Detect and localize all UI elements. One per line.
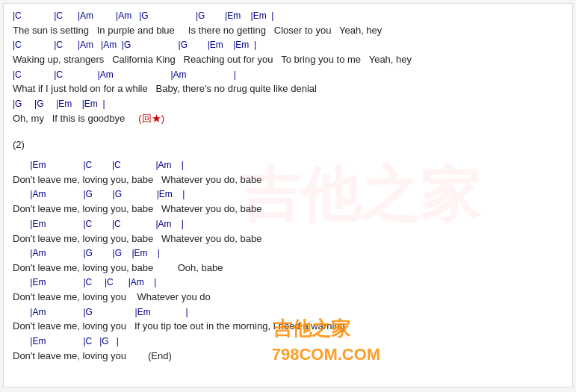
line-group: Don't leave me, loving you, babe Whateve… bbox=[13, 172, 563, 187]
chord-line: |Em |C |G | bbox=[13, 335, 563, 348]
line-group: Don't leave me, loving you, babe Whateve… bbox=[13, 231, 563, 246]
lyric-line: The sun is setting In purple and blue Is… bbox=[13, 23, 563, 38]
line-group: Don't leave me, loving you, babe Ooh, ba… bbox=[13, 261, 563, 276]
chord-line: |C |C |Am |Am |G |G |Em |Em | bbox=[13, 10, 563, 22]
main-content: 吉他之家 |C |C |Am |Am |G |G |Em |Em |The su… bbox=[3, 3, 573, 388]
lyric-line: Don't leave me, loving you Whatever you … bbox=[13, 290, 563, 305]
chord-line: |Em |C |C |Am | bbox=[13, 159, 563, 172]
chord-line: |C |C |Am |Am | bbox=[13, 69, 563, 81]
gap bbox=[13, 153, 563, 159]
line-group: |C |C |Am |Am |G |G |Em |Em | bbox=[13, 39, 563, 52]
line-group: |Am |G |Em | bbox=[13, 306, 563, 319]
line-group: (2) bbox=[13, 139, 563, 150]
line-group: Oh, my If this is goodbye (回★) bbox=[13, 111, 563, 126]
line-group: |Am |G |G |Em | bbox=[13, 247, 563, 260]
lyric-line: Don't leave me, loving you, babe Whateve… bbox=[13, 231, 563, 246]
lyric-line: Don't leave me, loving you If you tip to… bbox=[13, 319, 563, 334]
line-group: |Em |C |G | bbox=[13, 335, 563, 348]
section-label: (2) bbox=[13, 139, 563, 150]
lyric-line: Oh, my If this is goodbye (回★) bbox=[13, 111, 563, 126]
line-group: What if I just hold on for a while Baby,… bbox=[13, 81, 563, 96]
chord-line: |Em |C |C |Am | bbox=[13, 218, 563, 231]
special-symbol: (回★) bbox=[138, 113, 164, 124]
line-group: Don't leave me, loving you, babe Whateve… bbox=[13, 202, 563, 217]
line-group: Don't leave me, loving you If you tip to… bbox=[13, 319, 563, 334]
line-group: The sun is setting In purple and blue Is… bbox=[13, 23, 563, 38]
line-group: Don't leave me, loving you Whatever you … bbox=[13, 290, 563, 305]
gap bbox=[13, 127, 563, 133]
lyric-line: What if I just hold on for a while Baby,… bbox=[13, 81, 563, 96]
lyric-line: Waking up, strangers California King Rea… bbox=[13, 52, 563, 67]
chord-line: |Em |C |C |Am | bbox=[13, 276, 563, 289]
lyric-line: Don't leave me, loving you (End) bbox=[13, 349, 563, 364]
line-group: Don't leave me, loving you (End) bbox=[13, 349, 563, 364]
line-group: |G |G |Em |Em | bbox=[13, 98, 563, 111]
chord-line: |Am |G |G |Em | bbox=[13, 247, 563, 260]
line-group: |Em |C |C |Am | bbox=[13, 276, 563, 289]
line-group: Waking up, strangers California King Rea… bbox=[13, 52, 563, 67]
line-group: |C |C |Am |Am |G |G |Em |Em | bbox=[13, 10, 563, 22]
lyric-line: Don't leave me, loving you, babe Whateve… bbox=[13, 202, 563, 217]
chord-line: |G |G |Em |Em | bbox=[13, 98, 563, 111]
line-group: |Em |C |C |Am | bbox=[13, 159, 563, 172]
lyric-line: Don't leave me, loving you, babe Whateve… bbox=[13, 172, 563, 187]
chord-line: |Am |G |G |Em | bbox=[13, 188, 563, 201]
chord-line: |Am |G |Em | bbox=[13, 306, 563, 319]
line-group: |Em |C |C |Am | bbox=[13, 218, 563, 231]
song-lines: |C |C |Am |Am |G |G |Em |Em |The sun is … bbox=[13, 10, 563, 363]
line-group: |Am |G |G |Em | bbox=[13, 188, 563, 201]
line-group: |C |C |Am |Am | bbox=[13, 69, 563, 81]
chord-line: |C |C |Am |Am |G |G |Em |Em | bbox=[13, 39, 563, 52]
lyric-line: Don't leave me, loving you, babe Ooh, ba… bbox=[13, 261, 563, 276]
